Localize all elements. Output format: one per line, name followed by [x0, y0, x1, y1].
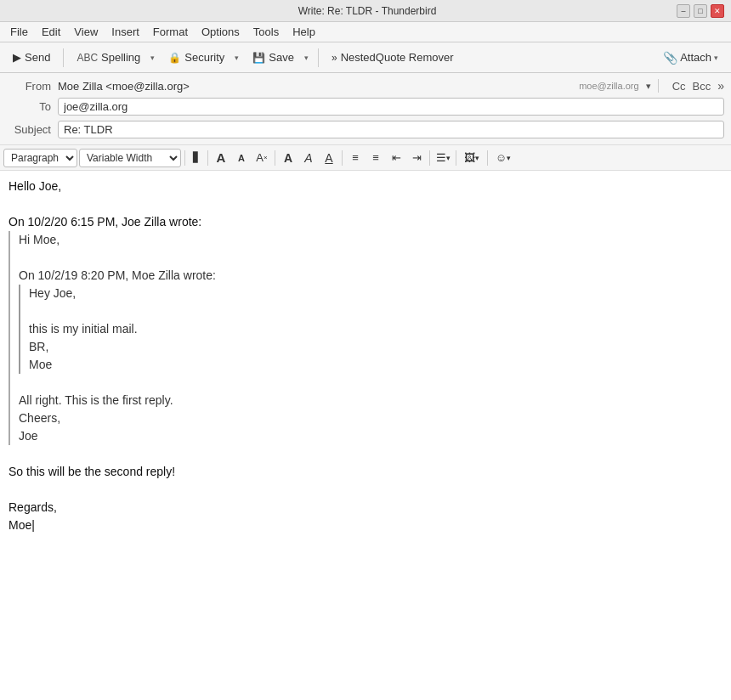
- menu-tools[interactable]: Tools: [246, 24, 286, 40]
- maximize-button[interactable]: □: [694, 4, 707, 18]
- separator-1: [63, 48, 64, 67]
- format-toolbar: Paragraph Variable Width ▋ A A A× A A A …: [0, 145, 731, 171]
- to-input[interactable]: [58, 98, 724, 116]
- quote2-line3: this is my initial mail.: [29, 320, 722, 338]
- from-dropdown-icon[interactable]: ▾: [646, 81, 651, 92]
- save-dropdown[interactable]: ▾: [301, 49, 313, 66]
- quote2-line1: Hey Joe,: [29, 285, 722, 302]
- indent-less-icon: ⇤: [392, 151, 401, 164]
- quote1-line3: On 10/2/19 8:20 PM, Moe Zilla wrote:: [19, 267, 722, 285]
- fmt-sep-7: [487, 150, 488, 166]
- nestedquote-icon: »: [332, 52, 337, 64]
- subject-label: Subject: [7, 123, 58, 136]
- menu-file[interactable]: File: [3, 24, 35, 40]
- vertical-sep: [658, 79, 659, 93]
- quote1-line2: [19, 249, 722, 267]
- align-icon: ☰: [436, 151, 446, 164]
- attach-button[interactable]: 📎 Attach ▾: [655, 47, 726, 69]
- ordered-list-icon: ≡: [372, 151, 379, 164]
- compose-line-4: So this will be the second reply!: [8, 463, 722, 481]
- title-bar: Write: Re: TLDR - Thunderbird – □ ✕: [0, 0, 731, 22]
- toolbar: ▶ Send ABC Spelling ▾ 🔒 Security ▾ 💾 Sav…: [0, 42, 731, 73]
- menu-view[interactable]: View: [67, 24, 105, 40]
- quote1-line1: Hi Moe,: [19, 231, 722, 249]
- emoji-icon: ☺: [496, 151, 507, 164]
- save-label: Save: [269, 51, 294, 64]
- font-larger-icon: A: [217, 150, 226, 165]
- image-button[interactable]: 🖼 ▾: [460, 149, 484, 167]
- subject-input[interactable]: [58, 121, 724, 138]
- send-button[interactable]: ▶ Send: [5, 47, 58, 68]
- quote1-reply1: [19, 374, 722, 392]
- send-icon: ▶: [13, 51, 21, 64]
- font-smaller-button[interactable]: A: [232, 149, 251, 167]
- ordered-list-button[interactable]: ≡: [366, 149, 385, 167]
- security-button[interactable]: 🔒 Security: [161, 47, 231, 68]
- cc-bcc-area: Cc Bcc »: [672, 79, 724, 93]
- window-controls: – □ ✕: [677, 4, 724, 18]
- quote1-reply2: All right. This is the first reply.: [19, 392, 722, 409]
- quote1-reply3: Cheers,: [19, 409, 722, 427]
- indent-less-button[interactable]: ⇤: [387, 149, 405, 167]
- quote2-line4: BR,: [29, 338, 722, 356]
- menu-options[interactable]: Options: [195, 24, 246, 40]
- fmt-sep-1: [184, 150, 185, 166]
- image-icon: 🖼: [464, 151, 475, 164]
- paragraph-style-select[interactable]: Paragraph: [3, 149, 77, 167]
- font-larger-button[interactable]: A: [212, 149, 230, 167]
- font-smaller-icon: A: [238, 153, 245, 163]
- quote-block-1: Hi Moe, On 10/2/19 8:20 PM, Moe Zilla wr…: [8, 231, 722, 445]
- menu-edit[interactable]: Edit: [35, 24, 67, 40]
- indent-more-button[interactable]: ⇥: [407, 149, 426, 167]
- indent-more-icon: ⇥: [412, 151, 422, 164]
- cc-label[interactable]: Cc: [672, 80, 686, 93]
- paperclip-icon: 📎: [663, 51, 677, 65]
- spelling-button[interactable]: ABC Spelling: [69, 47, 147, 68]
- close-button[interactable]: ✕: [711, 4, 724, 18]
- from-email: moe@zilla.org: [579, 81, 638, 91]
- bold-icon: A: [284, 151, 292, 165]
- nestedquote-button[interactable]: » NestedQuote Remover: [324, 47, 462, 68]
- compose-line-2: [8, 195, 722, 213]
- to-label: To: [7, 100, 58, 113]
- align-button[interactable]: ☰ ▾: [434, 149, 452, 167]
- separator-2: [318, 48, 319, 67]
- bullet-list-button[interactable]: ≡: [346, 149, 365, 167]
- compose-line-3: On 10/2/20 6:15 PM, Joe Zilla wrote:: [8, 213, 722, 231]
- menu-help[interactable]: Help: [286, 24, 322, 40]
- remove-format-button[interactable]: A×: [252, 149, 271, 167]
- save-button[interactable]: 💾 Save: [245, 47, 301, 68]
- underline-icon: A: [325, 151, 332, 165]
- menu-format[interactable]: Format: [146, 24, 195, 40]
- fmt-sep-5: [429, 150, 430, 166]
- subject-row: Subject: [7, 118, 724, 141]
- compose-area[interactable]: Hello Joe, On 10/2/20 6:15 PM, Joe Zilla…: [0, 171, 731, 700]
- spelling-label: Spelling: [101, 51, 140, 64]
- security-dropdown[interactable]: ▾: [231, 49, 243, 66]
- spelling-chevron-icon: ▾: [150, 54, 155, 62]
- from-value: Moe Zilla <moe@zilla.org>: [58, 80, 574, 93]
- bcc-label[interactable]: Bcc: [693, 80, 711, 93]
- nestedquote-label: NestedQuote Remover: [341, 51, 454, 64]
- bullet-list-icon: ≡: [352, 151, 359, 164]
- remove-format-icon: A: [256, 151, 264, 164]
- to-row: To: [7, 95, 724, 118]
- quote1-reply4: Joe: [19, 427, 722, 445]
- expand-headers-icon[interactable]: »: [717, 79, 724, 93]
- window-title: Write: Re: TLDR - Thunderbird: [58, 5, 677, 17]
- bold-button[interactable]: A: [279, 149, 298, 167]
- attach-chevron-icon: ▾: [714, 54, 718, 62]
- italic-icon: A: [304, 151, 312, 165]
- menu-insert[interactable]: Insert: [105, 24, 146, 40]
- text-color-button[interactable]: ▋: [189, 150, 204, 167]
- emoji-button[interactable]: ☺ ▾: [491, 149, 515, 167]
- spelling-dropdown[interactable]: ▾: [147, 49, 159, 66]
- quote2-line5: Moe: [29, 356, 722, 374]
- quote2-line2: [29, 302, 722, 320]
- underline-button[interactable]: A: [320, 149, 338, 167]
- spelling-group: ABC Spelling ▾: [69, 47, 159, 68]
- italic-button[interactable]: A: [299, 149, 318, 167]
- minimize-button[interactable]: –: [677, 4, 690, 18]
- send-label: Send: [25, 51, 50, 64]
- font-select[interactable]: Variable Width: [79, 149, 181, 167]
